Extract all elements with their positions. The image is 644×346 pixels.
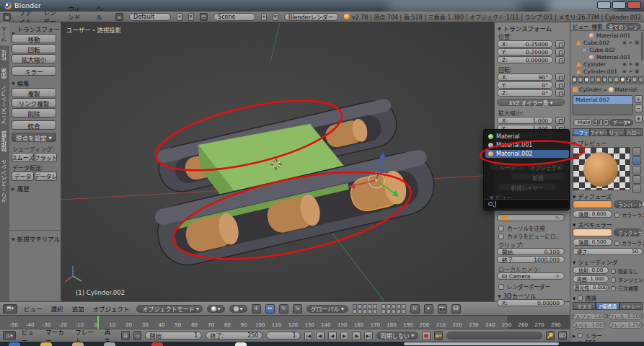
play-button[interactable]: ▶ — [340, 332, 349, 340]
preview-hair-button[interactable] — [632, 185, 641, 193]
manipulator-translate-icon[interactable]: ↔ — [265, 304, 275, 314]
type-wire[interactable]: ワイヤー — [590, 128, 607, 136]
render-anim-icon[interactable]: 🎞 — [451, 304, 461, 314]
specular-shader-select[interactable]: クックトランス▾ — [614, 229, 643, 236]
outliner-search-menu[interactable]: 検索 — [592, 22, 603, 30]
ztransp-tab[interactable]: Z値透過 — [596, 302, 619, 310]
keying-set-field[interactable] — [446, 332, 543, 340]
loc-x-field[interactable]: X:-0.25000 — [497, 40, 553, 48]
alpha-field[interactable]: アルファ: 1.000 — [573, 313, 606, 320]
diffuse-shader-select[interactable]: ランバート▾ — [614, 200, 643, 208]
lock-object-field[interactable]: ✎ — [497, 214, 565, 221]
minimize-button[interactable] — [597, 1, 611, 9]
scene-icon[interactable]: 🗖 — [200, 13, 208, 21]
scene-field[interactable]: Scene — [213, 13, 255, 21]
mirror-checkbox[interactable] — [578, 333, 583, 338]
layers-widget-1[interactable] — [353, 304, 377, 314]
layers-widget-2[interactable] — [381, 304, 406, 314]
outliner-row-cube002[interactable]: Cube.002 — [576, 39, 609, 46]
jump-prev-keyframe-button[interactable]: ◀| — [316, 332, 325, 340]
editor-type-3dview-icon[interactable]: ⬒▾ — [3, 304, 17, 314]
tangent-row[interactable]: タンジェント.. — [611, 276, 644, 283]
type-halo[interactable]: ハロー — [625, 128, 643, 136]
join-button[interactable]: 統合 — [12, 120, 56, 130]
editor-type-timeline-icon[interactable]: ◷▾ — [3, 331, 16, 340]
shadeless-row[interactable]: 陰影なし — [611, 267, 638, 275]
play-reverse-button[interactable]: ◀ — [328, 332, 337, 340]
material-slot-active[interactable]: Material.002 — [573, 96, 632, 104]
tab-physics-icon[interactable] — [638, 76, 643, 83]
manipulator-axis-icon[interactable]: ✛ — [252, 304, 261, 314]
tab-world-icon[interactable] — [590, 76, 595, 83]
rot-x-field[interactable]: X:90° — [497, 74, 553, 81]
orientation-select[interactable]: グローバル ▾ — [306, 305, 348, 313]
rot-y-lock-icon[interactable] — [555, 81, 565, 89]
fake-user-button[interactable]: F — [599, 119, 603, 126]
outliner-row-cylinder001[interactable]: Cylinder.001 — [576, 68, 617, 75]
preview-panel-header[interactable]: ▼プレビュー — [573, 139, 606, 147]
manipulator-scale-icon[interactable]: ⇲ — [293, 304, 302, 314]
remove-slot-button[interactable]: − — [635, 105, 643, 112]
maximize-button[interactable] — [612, 1, 626, 9]
add-scene-button[interactable]: + — [261, 13, 267, 21]
set-origin-menu[interactable]: 原点を設定 ▾ — [12, 133, 56, 142]
preview-cube-button[interactable] — [632, 166, 641, 174]
shade-flat-button[interactable]: フラット — [35, 153, 57, 162]
tab-object-icon[interactable] — [596, 76, 601, 83]
fresnel-field[interactable]: フレネ: 0.000 — [609, 313, 643, 320]
add-menu[interactable]: 追加 — [70, 304, 87, 313]
snap-element-icon[interactable]: ▾ — [424, 304, 433, 314]
data-layout-button[interactable]: データレ — [35, 172, 57, 181]
jump-to-end-button[interactable]: ▶| — [364, 332, 373, 340]
taskbar-icon[interactable] — [40, 342, 52, 346]
taskbar-icon[interactable] — [72, 342, 84, 346]
cursor-x-field[interactable]: X:0.00000 — [497, 299, 565, 306]
mask-tab[interactable]: マスク — [573, 302, 596, 310]
shading-panel-header[interactable]: ▼シェーディング — [573, 258, 618, 266]
loc-z-field[interactable]: Z:0.00000 — [497, 56, 553, 63]
specular-panel-header[interactable]: ▼スペキュラー — [573, 221, 612, 229]
taskbar-window-button[interactable] — [404, 342, 559, 345]
loc-x-lock-icon[interactable] — [555, 40, 565, 48]
transparency-checkbox[interactable] — [578, 296, 583, 301]
local-camera-field[interactable]: Camera✕ — [497, 272, 565, 280]
loc-z-lock-icon[interactable] — [555, 56, 565, 63]
scale-button[interactable]: 拡大縮小 — [12, 54, 56, 63]
render-opengl-icon[interactable]: 📷 — [438, 304, 447, 314]
tab-physics[interactable]: 物理演算 — [0, 127, 9, 156]
preview-range-icon[interactable]: ⧉ — [121, 331, 130, 340]
taskbar-icon[interactable] — [235, 342, 247, 346]
specular-alpha-field[interactable]: スペキ: 1.000 — [573, 321, 606, 329]
operator-panel-header[interactable]: ▼新規マテリアル — [12, 234, 60, 243]
delete-keyframe-icon[interactable]: ⌦ — [558, 331, 567, 340]
rot-y-field[interactable]: Y:0° — [497, 81, 553, 89]
dropdown-item-material[interactable]: Material — [485, 133, 569, 141]
mirror-button[interactable]: ミラー — [12, 66, 56, 76]
rot-x-lock-icon[interactable] — [555, 74, 565, 81]
delete-button[interactable]: 削除 — [12, 108, 56, 117]
duplicate-linked-button[interactable]: リンク複製 — [12, 98, 56, 107]
loc-y-lock-icon[interactable] — [555, 48, 565, 56]
translucency-field[interactable]: 透光性: 0.000 — [573, 284, 609, 291]
tab-constraints-icon[interactable] — [602, 76, 607, 83]
specular-color-swatch[interactable] — [573, 229, 612, 236]
current-frame-field[interactable]: 1 — [266, 332, 300, 340]
outliner-filter-select[interactable]: 全てのシーン — [606, 23, 642, 30]
object-menu[interactable]: オブジェクト — [91, 304, 132, 313]
outliner-row-toggles[interactable]: ◉➤▣ — [622, 40, 639, 45]
manipulator-rotate-icon[interactable]: ↻ — [279, 304, 288, 314]
jump-next-keyframe-button[interactable]: |▶ — [352, 332, 361, 340]
specular-intensity-slider[interactable]: 強度: 0.500 — [573, 239, 612, 246]
lock-to-cursor-row[interactable]: カーソルを注視 — [498, 224, 545, 232]
rot-z-lock-icon[interactable] — [555, 89, 565, 97]
lock-camera-row[interactable]: カメラをビューにロ.. — [498, 232, 559, 240]
render-engine-select[interactable]: Blenderレンダー — [284, 13, 338, 21]
keying-set-icon[interactable]: ◆▾ — [434, 331, 443, 340]
tab-relations[interactable]: 関連 — [0, 64, 9, 82]
mirror-panel-header[interactable]: ▶ミラー — [573, 332, 602, 340]
outliner-row-material001b[interactable]: Material.001 — [589, 53, 630, 61]
material-name-field[interactable]: Mate — [573, 119, 592, 126]
scale-x-field[interactable]: X:1.000 — [497, 117, 553, 124]
tab-texture-icon[interactable] — [626, 76, 631, 83]
tab-create[interactable]: 作成 — [0, 46, 9, 64]
